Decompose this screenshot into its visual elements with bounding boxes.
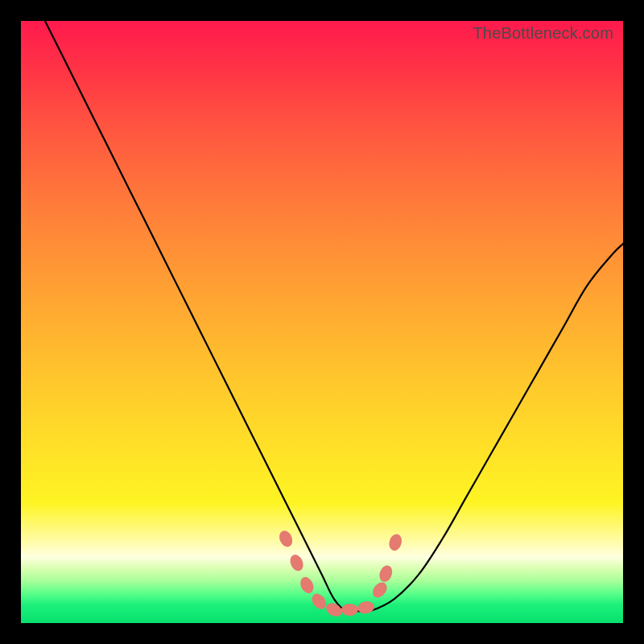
curve-marker bbox=[298, 575, 316, 595]
curve-layer bbox=[21, 21, 623, 623]
curve-marker bbox=[369, 580, 390, 601]
curve-marker bbox=[387, 533, 404, 552]
curve-marker bbox=[277, 529, 295, 549]
curve-marker bbox=[378, 564, 394, 584]
plot-area: TheBottleneck.com bbox=[21, 21, 623, 623]
curve-marker bbox=[309, 591, 329, 612]
curve-marker bbox=[341, 604, 358, 616]
bottleneck-curve bbox=[45, 21, 623, 612]
curve-marker bbox=[357, 601, 375, 615]
chart-frame: TheBottleneck.com bbox=[0, 0, 644, 644]
curve-marker bbox=[287, 553, 305, 573]
